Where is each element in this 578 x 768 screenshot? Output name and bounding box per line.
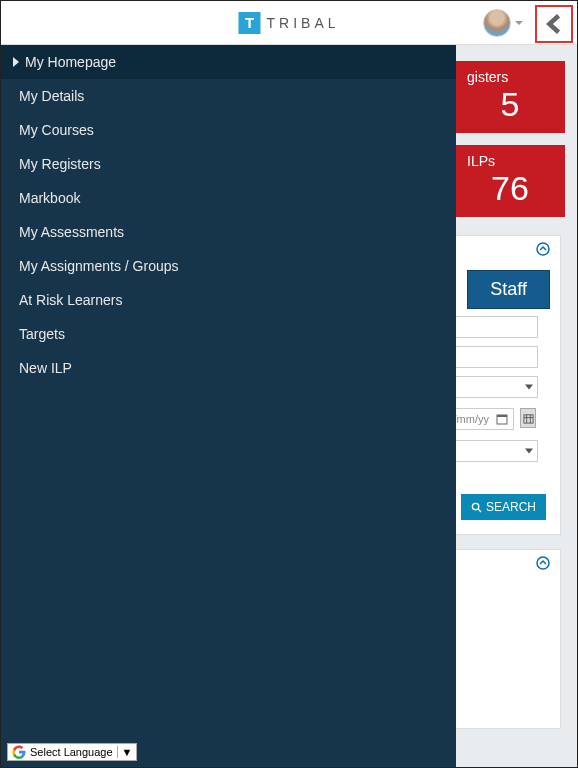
calendar-icon	[496, 413, 508, 425]
calendar-icon	[523, 413, 534, 424]
chevron-down-icon	[525, 385, 533, 390]
svg-point-0	[537, 243, 549, 255]
tile-value: 76	[467, 169, 553, 208]
sidebar-item-label: New ILP	[19, 360, 72, 376]
sidebar-item-label: Markbook	[19, 190, 80, 206]
svg-line-8	[478, 509, 481, 512]
tile-registers[interactable]: gisters 5	[455, 61, 565, 133]
collapse-icon[interactable]	[536, 242, 550, 260]
language-label: Select Language	[30, 746, 113, 758]
svg-rect-3	[523, 414, 532, 422]
tile-value: 5	[467, 85, 553, 124]
chevron-down-icon	[515, 21, 523, 25]
text-input-1[interactable]	[442, 316, 538, 338]
sidebar-item-my-courses[interactable]: My Courses	[1, 113, 456, 147]
avatar	[483, 9, 511, 37]
tile-title: ILPs	[467, 153, 553, 169]
sidebar-item-label: Targets	[19, 326, 65, 342]
sidebar-item-label: My Details	[19, 88, 84, 104]
sidebar-item-my-details[interactable]: My Details	[1, 79, 456, 113]
svg-point-7	[472, 503, 478, 509]
sidebar-item-label: At Risk Learners	[19, 292, 122, 308]
text-input-2[interactable]	[442, 346, 538, 368]
svg-rect-2	[497, 415, 507, 417]
app-logo: T TRIBAL	[238, 12, 339, 34]
language-selector[interactable]: Select Language ▼	[7, 743, 137, 761]
google-icon	[12, 745, 26, 759]
sidebar-item-new-ilp[interactable]: New ILP	[1, 351, 456, 385]
sidebar-item-label: My Homepage	[25, 54, 116, 70]
search-button-label: SEARCH	[486, 500, 536, 514]
search-button[interactable]: SEARCH	[461, 494, 546, 520]
date-placeholder: /mm/yy	[454, 413, 489, 425]
logo-text: TRIBAL	[266, 15, 339, 31]
sidebar-item-my-registers[interactable]: My Registers	[1, 147, 456, 181]
collapse-icon[interactable]	[536, 556, 550, 574]
sidebar-item-label: My Registers	[19, 156, 101, 172]
sidebar-item-my-homepage[interactable]: My Homepage	[1, 45, 456, 79]
select-2[interactable]	[442, 440, 538, 462]
date-picker-button[interactable]	[520, 408, 536, 428]
close-sidebar-button[interactable]	[535, 5, 573, 43]
sidebar-item-label: My Assignments / Groups	[19, 258, 179, 274]
sidebar-item-my-assessments[interactable]: My Assessments	[1, 215, 456, 249]
sidebar-item-label: My Courses	[19, 122, 94, 138]
search-icon	[471, 502, 482, 513]
chevron-left-icon	[543, 9, 565, 39]
sidebar-item-my-assignments-groups[interactable]: My Assignments / Groups	[1, 249, 456, 283]
tile-title: gisters	[467, 69, 553, 85]
chevron-down-icon	[525, 449, 533, 454]
svg-point-9	[537, 557, 549, 569]
topbar: T TRIBAL	[1, 1, 577, 45]
sidebar-item-markbook[interactable]: Markbook	[1, 181, 456, 215]
staff-tab[interactable]: Staff	[467, 270, 550, 309]
tile-ilps[interactable]: ILPs 76	[455, 145, 565, 217]
sidebar-item-at-risk-learners[interactable]: At Risk Learners	[1, 283, 456, 317]
logo-badge: T	[238, 12, 260, 34]
sidebar-nav: My HomepageMy DetailsMy CoursesMy Regist…	[1, 45, 456, 767]
sidebar-item-label: My Assessments	[19, 224, 124, 240]
chevron-down-icon: ▼	[117, 746, 133, 758]
select-1[interactable]	[442, 376, 538, 398]
user-menu[interactable]	[483, 9, 523, 37]
sidebar-item-targets[interactable]: Targets	[1, 317, 456, 351]
